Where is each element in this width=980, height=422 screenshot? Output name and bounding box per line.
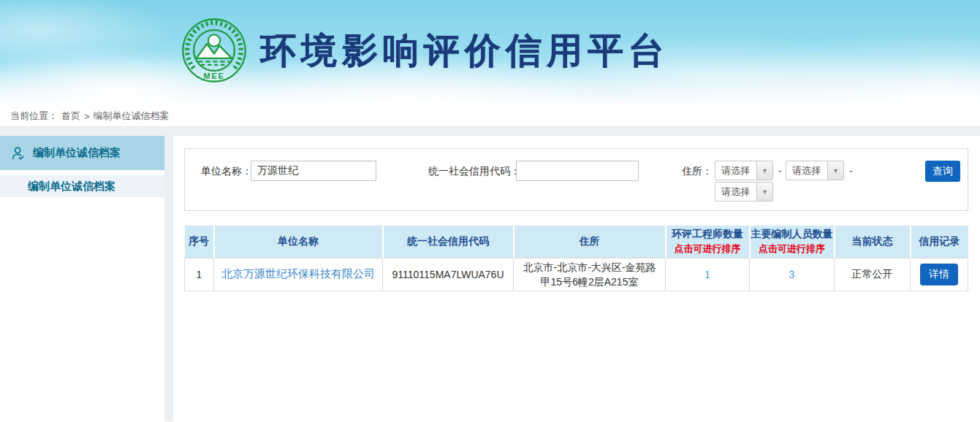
sidebar-section-label: 编制单位诚信档案	[33, 146, 121, 160]
sidebar: 编制单位诚信档案 编制单位诚信档案	[0, 136, 164, 421]
col-header-credit-record: 信用记录	[911, 226, 968, 258]
results-table: 序号 单位名称 统一社会信用代码 住所 环评工程师数量 点击可进行排序 主要编制…	[184, 226, 968, 291]
cell-address: 北京市-北京市-大兴区-金苑路甲15号6幢2层A215室	[514, 258, 666, 291]
sidebar-item-credit-archive[interactable]: 编制单位诚信档案	[0, 175, 164, 197]
col-header-seq: 序号	[185, 226, 214, 258]
breadcrumb-separator: >	[84, 111, 90, 122]
credit-code-input[interactable]	[516, 161, 639, 181]
province-select[interactable]: 请选择 ▼	[715, 161, 773, 180]
col-header-staff-count-sortable[interactable]: 主要编制人员数量 点击可进行排序	[750, 226, 835, 258]
site-header: MEE 环境影响评价信用平台	[0, 0, 980, 106]
sidebar-section-credit-archive[interactable]: 编制单位诚信档案	[0, 136, 164, 170]
province-select-arrow-icon[interactable]: ▼	[756, 161, 772, 180]
cell-status: 正常公开	[835, 258, 911, 291]
city-select-value: 请选择	[786, 161, 827, 180]
engineer-count-link[interactable]: 1	[704, 269, 710, 280]
engineer-count-header-label: 环评工程师数量	[672, 228, 743, 239]
breadcrumb-label: 当前位置：	[10, 110, 58, 123]
engineer-count-sort-hint[interactable]: 点击可进行排序	[666, 242, 749, 256]
main-content: 单位名称： 统一社会信用代码： 住所： 请选择 ▼ - 请选择 ▼ - 请选择 …	[173, 136, 980, 421]
col-header-address: 住所	[514, 226, 666, 258]
brand: MEE 环境影响评价信用平台	[181, 18, 669, 83]
city-select[interactable]: 请选择 ▼	[786, 161, 844, 180]
breadcrumb-home-link[interactable]: 首页	[61, 110, 80, 123]
detail-button[interactable]: 详情	[920, 264, 958, 285]
col-header-status: 当前状态	[835, 226, 911, 258]
table-row: 1 北京万源世纪环保科技有限公司 91110115MA7LWUA76U 北京市-…	[185, 258, 968, 291]
col-header-unit-name: 单位名称	[214, 226, 383, 258]
unit-name-input[interactable]	[251, 161, 376, 181]
district-select-arrow-icon[interactable]: ▼	[756, 183, 772, 201]
staff-count-header-label: 主要编制人员数量	[751, 228, 833, 239]
cell-seq: 1	[185, 258, 214, 291]
cell-credit-code: 91110115MA7LWUA76U	[383, 258, 514, 291]
unit-name-link[interactable]: 北京万源世纪环保科技有限公司	[221, 267, 375, 280]
query-button[interactable]: 查询	[925, 161, 960, 182]
staff-count-sort-hint[interactable]: 点击可进行排序	[751, 242, 834, 256]
address-label: 住所：	[682, 161, 713, 181]
breadcrumb: 当前位置： 首页 > 编制单位诚信档案	[0, 106, 980, 127]
staff-count-link[interactable]: 3	[789, 269, 795, 280]
sidebar-gutter	[164, 136, 173, 421]
credit-code-label: 统一社会信用代码：	[428, 161, 520, 181]
col-header-credit-code: 统一社会信用代码	[383, 226, 514, 258]
user-check-icon	[10, 145, 26, 161]
city-select-arrow-icon[interactable]: ▼	[827, 161, 843, 180]
mee-logo-icon: MEE	[181, 18, 247, 83]
district-select[interactable]: 请选择 ▼	[715, 182, 773, 202]
svg-text:MEE: MEE	[204, 72, 225, 80]
province-select-value: 请选择	[715, 161, 756, 180]
address-dash-1: -	[778, 161, 782, 181]
breadcrumb-current: 编制单位诚信档案	[94, 110, 170, 123]
address-dash-2: -	[849, 161, 853, 181]
site-title: 环境影响评价信用平台	[260, 18, 669, 83]
district-select-value: 请选择	[715, 183, 756, 201]
col-header-engineer-count-sortable[interactable]: 环评工程师数量 点击可进行排序	[666, 226, 750, 258]
search-form: 单位名称： 统一社会信用代码： 住所： 请选择 ▼ - 请选择 ▼ - 请选择 …	[184, 148, 968, 211]
table-header-row: 序号 单位名称 统一社会信用代码 住所 环评工程师数量 点击可进行排序 主要编制…	[185, 226, 968, 258]
unit-name-label: 单位名称：	[201, 161, 252, 181]
page-body: 编制单位诚信档案 编制单位诚信档案 单位名称： 统一社会信用代码： 住所： 请选…	[0, 136, 980, 421]
divider-band	[0, 127, 980, 136]
